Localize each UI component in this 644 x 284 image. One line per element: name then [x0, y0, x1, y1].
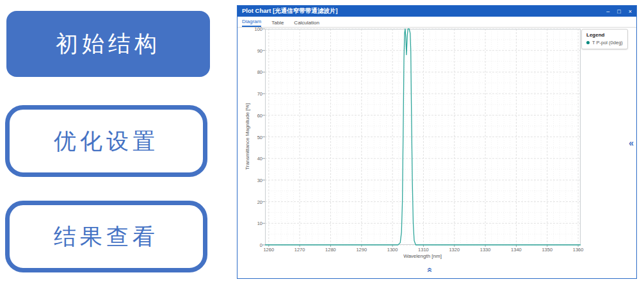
y-tick-label: 60 [242, 113, 262, 119]
optimization-settings-label: 优化设置 [54, 126, 159, 156]
window-titlebar[interactable]: Plot Chart [光通信窄带带通滤波片] – □ × [237, 6, 636, 17]
x-tick-label: 1300 [387, 247, 398, 253]
close-icon[interactable]: × [629, 8, 632, 15]
initial-structure-label: 初始结构 [56, 29, 161, 59]
initial-structure-button[interactable]: 初始结构 [6, 11, 210, 77]
x-axis-title: Wavelength [nm] [403, 253, 442, 259]
x-tick-label: 1310 [418, 247, 429, 253]
y-tick-label: 10 [242, 221, 262, 226]
window-title: Plot Chart [光通信窄带带通滤波片] [242, 7, 337, 15]
x-tick-label: 1360 [573, 247, 584, 253]
tab-bar: Diagram Table Calculation [237, 17, 636, 28]
x-tick-label: 1280 [325, 247, 336, 253]
collapse-panel-left-icon[interactable]: « [629, 138, 634, 148]
results-view-button[interactable]: 结果查看 [5, 201, 207, 272]
y-tick-label: 80 [242, 69, 262, 75]
legend-entry[interactable]: T P-pol (0deg) [586, 40, 623, 46]
chart-legend: Legend T P-pol (0deg) [581, 29, 628, 49]
window-controls: – □ × [606, 8, 632, 15]
x-tick-label: 1350 [542, 247, 552, 253]
legend-entry-label: T P-pol (0deg) [592, 40, 623, 46]
x-tick-label: 1290 [356, 247, 367, 253]
y-tick-label: 90 [242, 48, 262, 54]
minimize-icon[interactable]: – [606, 8, 609, 15]
x-tick-label: 1260 [263, 247, 274, 253]
tab-table[interactable]: Table [271, 20, 284, 27]
x-tick-label: 1340 [511, 247, 522, 253]
legend-title: Legend [586, 32, 623, 38]
series-color-dot-icon [586, 41, 590, 44]
optimization-settings-button[interactable]: 优化设置 [5, 105, 207, 177]
x-tick-label: 1330 [480, 247, 491, 253]
chart-plot-area[interactable] [265, 29, 581, 245]
collapse-panel-up-icon[interactable]: « [425, 267, 435, 272]
maximize-icon[interactable]: □ [617, 8, 620, 15]
x-tick-label: 1320 [449, 247, 460, 253]
results-view-label: 结果查看 [54, 222, 159, 252]
tab-calculation[interactable]: Calculation [294, 20, 319, 27]
plot-chart-window: Plot Chart [光通信窄带带通滤波片] – □ × Diagram Ta… [237, 5, 637, 279]
y-tick-label: 70 [242, 91, 262, 97]
y-tick-label: 0 [242, 242, 262, 248]
x-tick-label: 1270 [294, 247, 305, 253]
y-tick-label: 30 [242, 178, 262, 183]
y-tick-label: 100 [242, 26, 262, 32]
y-tick-label: 40 [242, 156, 262, 162]
y-tick-label: 50 [242, 135, 262, 140]
y-tick-label: 20 [242, 199, 262, 205]
